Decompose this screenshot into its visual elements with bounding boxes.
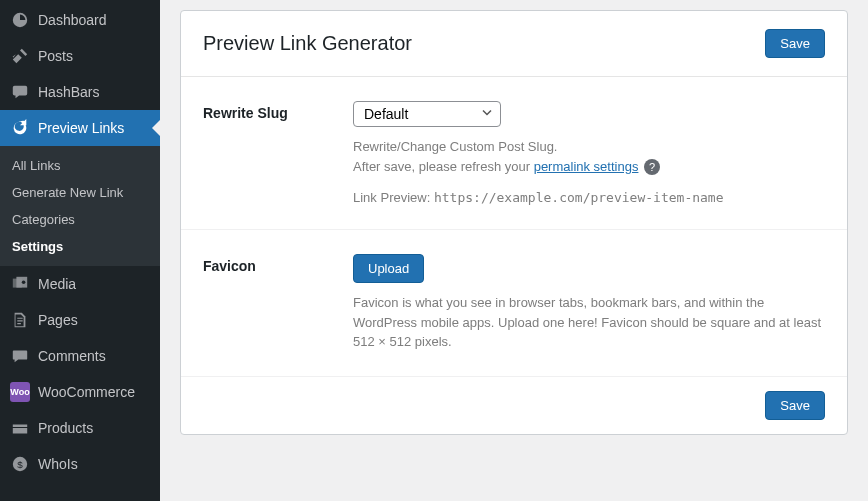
help-icon[interactable]: ? <box>644 159 660 175</box>
row-rewrite-slug: Rewrite Slug Default Rewrite/Change Cust… <box>181 77 847 230</box>
sidebar-item-label: Preview Links <box>38 120 124 136</box>
sidebar-item-label: WooCommerce <box>38 384 135 400</box>
desc-text: Rewrite/Change Custom Post Slug. <box>353 139 557 154</box>
panel-body: Rewrite Slug Default Rewrite/Change Cust… <box>181 77 847 376</box>
desc-text: After save, please refresh your <box>353 159 534 174</box>
sidebar-item-pages[interactable]: Pages <box>0 302 160 338</box>
rewrite-slug-description: Rewrite/Change Custom Post Slug. After s… <box>353 137 825 176</box>
rewrite-slug-field: Default Rewrite/Change Custom Post Slug.… <box>353 101 825 205</box>
sidebar-item-preview-links[interactable]: Preview Links <box>0 110 160 146</box>
settings-panel: Preview Link Generator Save Rewrite Slug… <box>180 10 848 435</box>
row-favicon: Favicon Upload Favicon is what you see i… <box>181 230 847 376</box>
link-preview-line: Link Preview: https://example.com/previe… <box>353 190 825 205</box>
sidebar-item-label: Dashboard <box>38 12 107 28</box>
favicon-label: Favicon <box>203 254 353 274</box>
sidebar-item-label: Products <box>38 420 93 436</box>
sidebar-item-label: Pages <box>38 312 78 328</box>
main-content: Preview Link Generator Save Rewrite Slug… <box>160 0 868 501</box>
sidebar-item-media[interactable]: Media <box>0 266 160 302</box>
sidebar-item-dashboard[interactable]: Dashboard <box>0 2 160 38</box>
chat-icon <box>10 82 30 102</box>
sidebar-item-woocommerce[interactable]: Woo WooCommerce <box>0 374 160 410</box>
comment-icon <box>10 346 30 366</box>
save-button-bottom[interactable]: Save <box>765 391 825 420</box>
submenu-item-all-links[interactable]: All Links <box>0 152 160 179</box>
submenu-item-settings[interactable]: Settings <box>0 233 160 260</box>
permalink-settings-link[interactable]: permalink settings <box>534 159 639 174</box>
svg-text:$: $ <box>17 459 23 470</box>
page-icon <box>10 310 30 330</box>
upload-button[interactable]: Upload <box>353 254 424 283</box>
sidebar-item-products[interactable]: Products <box>0 410 160 446</box>
svg-point-0 <box>22 280 26 284</box>
sidebar-submenu: All Links Generate New Link Categories S… <box>0 146 160 266</box>
redo-icon <box>10 118 30 138</box>
sidebar-item-posts[interactable]: Posts <box>0 38 160 74</box>
money-icon: $ <box>10 454 30 474</box>
submenu-item-categories[interactable]: Categories <box>0 206 160 233</box>
sidebar-item-label: Posts <box>38 48 73 64</box>
media-icon <box>10 274 30 294</box>
rewrite-slug-select[interactable]: Default <box>353 101 501 127</box>
pin-icon <box>10 46 30 66</box>
panel-footer: Save <box>181 376 847 434</box>
sidebar-item-comments[interactable]: Comments <box>0 338 160 374</box>
rewrite-slug-label: Rewrite Slug <box>203 101 353 121</box>
sidebar-item-label: Comments <box>38 348 106 364</box>
preview-url: https://example.com/preview-item-name <box>434 190 724 205</box>
save-button-top[interactable]: Save <box>765 29 825 58</box>
page-title: Preview Link Generator <box>203 32 412 55</box>
products-icon <box>10 418 30 438</box>
sidebar-item-label: WhoIs <box>38 456 78 472</box>
sidebar-item-hashbars[interactable]: HashBars <box>0 74 160 110</box>
dashboard-icon <box>10 10 30 30</box>
panel-header: Preview Link Generator Save <box>181 11 847 77</box>
favicon-field: Upload Favicon is what you see in browse… <box>353 254 825 352</box>
preview-prefix: Link Preview: <box>353 190 434 205</box>
woo-icon: Woo <box>10 382 30 402</box>
admin-sidebar: Dashboard Posts HashBars Preview Links A… <box>0 0 160 501</box>
submenu-item-generate-new-link[interactable]: Generate New Link <box>0 179 160 206</box>
sidebar-item-label: Media <box>38 276 76 292</box>
rewrite-slug-select-wrap: Default <box>353 101 501 127</box>
sidebar-item-whois[interactable]: $ WhoIs <box>0 446 160 482</box>
favicon-description: Favicon is what you see in browser tabs,… <box>353 293 825 352</box>
sidebar-item-label: HashBars <box>38 84 99 100</box>
